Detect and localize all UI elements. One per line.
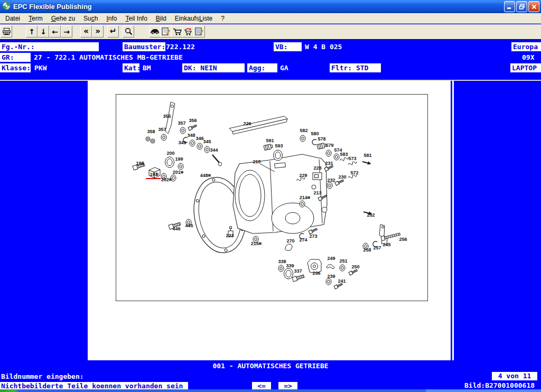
part-label-593[interactable]: 593 [275,143,283,148]
part-label-231[interactable]: 231 [325,161,333,166]
field-dk-field[interactable]: DK: NEIN [182,63,245,72]
part-label-239[interactable]: 239 [327,274,335,279]
part-glyph-228 [313,173,322,180]
menu-item-einkaufsliste[interactable]: EinkaufsListe [171,13,217,23]
print-button[interactable] [1,25,12,38]
menu-item-hilfe[interactable]: ? [217,13,229,23]
part-label-348[interactable]: 348 [187,133,195,138]
part-label-226[interactable]: 226 [243,121,251,126]
command-prompt[interactable]: Bildnummer eingeben: [1,372,84,380]
part-label-358[interactable]: 358 [147,129,155,134]
enter-button[interactable]: ↵ [107,25,119,38]
part-label-346[interactable]: 346 [195,136,203,141]
menu-item-bild[interactable]: Bild [152,13,171,23]
part-label-345[interactable]: 345 [203,139,211,144]
part-glyph-345 [204,146,210,153]
part-label-273[interactable]: 273 [309,234,317,239]
part-label-245[interactable]: 245 [383,242,390,247]
cart-arrow-icon [183,27,193,35]
part-label-579[interactable]: 579 [325,143,333,148]
part-glyph-346 [197,143,202,150]
part-label-241[interactable]: 241 [338,278,346,284]
menu-item-such[interactable]: Such [79,13,102,23]
session-header: Fg.-Nr.:Baumuster:722.122VB:W 4 B 025Eur… [0,39,541,80]
close-button[interactable] [528,1,539,12]
menu-item-info[interactable]: Info [102,13,121,23]
part-label-572[interactable]: 572 [350,170,358,175]
menu-item-term[interactable]: Term [24,13,47,23]
right-button[interactable]: → [61,25,72,38]
part-label-258[interactable]: 258 [363,247,371,253]
list-button[interactable] [193,25,205,38]
cart-button[interactable] [171,25,183,38]
part-label-583[interactable]: 583 [340,152,348,157]
cart-transfer-button[interactable] [182,25,194,38]
part-label-445[interactable]: 445 [185,223,193,228]
part-label-270[interactable]: 270 [286,238,294,244]
part-label-591[interactable]: 591 [266,138,274,143]
part-label-582[interactable]: 582 [300,128,307,133]
part-label-232[interactable]: 232 [327,178,335,183]
prev-group-button[interactable]: « [80,25,92,38]
part-label-578[interactable]: 578 [318,136,325,142]
part-label-344[interactable]: 344 [210,147,218,153]
left-button[interactable]: ← [49,25,61,38]
part-label-236[interactable]: 236 [312,270,320,276]
down-button[interactable]: ↓ [38,25,49,38]
part-label-250[interactable]: 250 [351,264,359,269]
part-label-228[interactable]: 228 [313,165,321,171]
part-label-256[interactable]: 256 [399,237,407,242]
arrow-down-icon: ↓ [40,28,46,35]
start-button-edge[interactable] [0,389,20,392]
part-glyph-250 [349,269,358,275]
up-button[interactable]: ↑ [26,25,38,38]
part-label-357[interactable]: 357 [178,120,185,126]
part-label-202[interactable]: 202⊠ [161,177,172,182]
part-label-200[interactable]: 200 [166,151,174,156]
part-label-201[interactable]: 201⊠ [173,170,183,175]
part-label-215[interactable]: 215⊠ [251,241,262,246]
part-label-357[interactable]: 357 [158,127,166,132]
part-label-355[interactable]: 355 [163,114,171,119]
part-label-349[interactable]: 349 [178,140,186,145]
part-label-213[interactable]: 213 [313,190,321,195]
part-label-573[interactable]: 573 [348,156,356,161]
part-label-193[interactable]: 193 [150,172,157,177]
part-label-446[interactable]: 446 [172,226,180,231]
menu-item-gehe-zu[interactable]: Gehe zu [47,13,79,23]
part-label-580[interactable]: 580 [311,131,319,136]
next-group-button[interactable]: » [92,25,104,38]
part-label-210[interactable]: 210 [253,159,260,164]
minimize-button[interactable] [504,1,515,12]
part-label-199[interactable]: 199 [175,156,183,162]
next-image-button[interactable]: => [278,382,297,390]
part-label-249[interactable]: 249 [327,256,335,261]
part-label-338[interactable]: 338 [278,259,286,264]
part-label-223[interactable]: 223 [226,233,234,238]
part-label-274[interactable]: 274 [299,237,307,242]
part-label-581[interactable]: 581 [363,153,371,158]
previous-image-button[interactable]: <= [252,382,271,390]
part-label-230[interactable]: 230 [338,174,346,180]
part-glyph-270 [285,244,293,250]
part-label-251[interactable]: 251 [339,258,347,264]
vehicle-button[interactable] [149,25,161,38]
part-label-252[interactable]: 252 [367,212,375,218]
field-fltr-field[interactable]: Fltr: STD [330,63,381,72]
restore-button[interactable] [516,1,527,12]
part-label-337[interactable]: 337 [294,268,302,274]
menu-item-datei[interactable]: Datei [1,13,24,23]
part-label-448[interactable]: 448⊠ [200,173,211,178]
part-label-198[interactable]: 198 [136,161,144,166]
notes-button[interactable] [160,25,172,38]
part-label-257[interactable]: 257 [373,245,381,250]
taskbar-window-edge[interactable] [426,389,541,392]
menu-item-teil-info[interactable]: Teil Info [121,13,151,23]
part-glyph-583 [340,156,349,162]
part-glyph-232 [327,182,332,189]
part-label-356[interactable]: 356 [189,118,197,123]
search-button[interactable] [123,25,134,38]
scrollbar-strip[interactable] [452,81,454,360]
part-label-229[interactable]: 229 [299,173,307,178]
part-label-339[interactable]: 339 [286,263,294,268]
